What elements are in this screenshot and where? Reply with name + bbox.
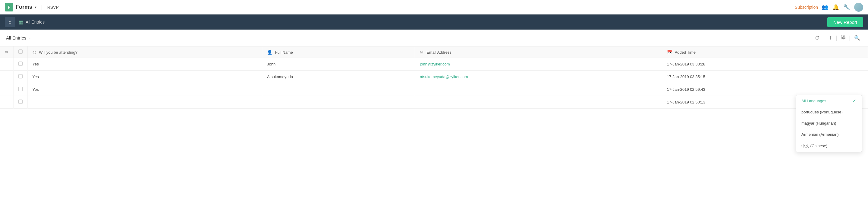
lang-item-1[interactable]: português (Portuguese): [796, 107, 862, 118]
lang-label-2: magyar (Hungarian): [801, 121, 836, 126]
bell-icon[interactable]: 🔔: [832, 4, 839, 10]
lang-item-3[interactable]: Armenian (Armenian): [796, 129, 862, 140]
users-icon[interactable]: 👥: [822, 4, 828, 10]
home-icon: ⌂: [8, 19, 11, 25]
td-email-2: [415, 83, 662, 96]
td-email-0: john@zylker.com: [415, 58, 662, 71]
row-checkbox-1[interactable]: [19, 74, 23, 78]
lang-label-4: 中文 (Chinese): [801, 143, 827, 149]
td-options-0: [0, 58, 13, 71]
td-email-1: atsukomeyuda@zylker.com: [415, 71, 662, 83]
lang-label-1: português (Portuguese): [801, 110, 843, 114]
table-header-row: ⇆ ◎ Will you be attending? 👤 Full Name: [0, 47, 868, 58]
th-attending-label: Will you be attending?: [39, 50, 78, 55]
entries-header: All Entries ⌄ ⏱ | ⬆ | 译 | 🔍: [0, 30, 868, 47]
th-fullname-label: Full Name: [275, 50, 293, 55]
td-name-2: [262, 83, 415, 96]
entries-toolbar: ⏱ | ⬆ | 译 | 🔍: [813, 34, 862, 42]
th-attending[interactable]: ◎ Will you be attending?: [27, 47, 262, 58]
td-name-1: Atsukomeyuda: [262, 71, 415, 83]
language-dropdown: All Languages✓português (Portuguese)magy…: [796, 95, 862, 152]
user-avatar[interactable]: [854, 3, 863, 12]
th-added-time-label: Added Time: [675, 50, 695, 55]
td-attending-3: [27, 96, 262, 109]
email-link-1[interactable]: atsukomeyuda@zylker.com: [420, 75, 468, 79]
content-area: All Entries ⌄ ⏱ | ⬆ | 译 | 🔍 ⇆: [0, 30, 868, 219]
email-link-0[interactable]: john@zylker.com: [420, 62, 450, 66]
lang-label-3: Armenian (Armenian): [801, 132, 839, 137]
td-email-3: [415, 96, 662, 109]
row-checkbox-0[interactable]: [19, 61, 23, 66]
th-fullname[interactable]: 👤 Full Name: [262, 47, 415, 58]
lang-label-0: All Languages: [801, 99, 826, 103]
time-col-icon: 📅: [667, 50, 672, 55]
td-attending-0: Yes: [27, 58, 262, 71]
nav-breadcrumb: RSVP: [47, 5, 59, 10]
settings-icon[interactable]: 🔧: [843, 4, 850, 10]
table-container: ⇆ ◎ Will you be attending? 👤 Full Name: [0, 47, 868, 109]
lang-item-4[interactable]: 中文 (Chinese): [796, 140, 862, 152]
subscription-link[interactable]: Subscription: [795, 5, 818, 10]
nav-icons: 👥 🔔 🔧: [822, 3, 863, 12]
td-attending-2: Yes: [27, 83, 262, 96]
nav-divider: |: [41, 5, 42, 10]
entries-nav-icon: ▦: [19, 19, 23, 25]
share-icon[interactable]: ⬆: [827, 34, 834, 42]
email-col-icon: ✉: [420, 50, 424, 55]
td-time-1: 17-Jan-2019 03:35:15: [662, 71, 868, 83]
th-email-label: Email Address: [427, 50, 452, 55]
td-attending-1: Yes: [27, 71, 262, 83]
td-options-1: [0, 71, 13, 83]
td-checkbox-0: [13, 58, 27, 71]
th-checkbox: [13, 47, 27, 58]
td-time-0: 17-Jan-2019 03:38:28: [662, 58, 868, 71]
row-checkbox-2[interactable]: [19, 87, 23, 91]
td-options-2: [0, 83, 13, 96]
td-checkbox-3: [13, 96, 27, 109]
fullname-col-icon: 👤: [267, 50, 272, 55]
lang-item-2[interactable]: magyar (Hungarian): [796, 118, 862, 129]
translate-icon[interactable]: 译: [839, 34, 847, 42]
secondary-nav: ⌂ ▦ All Entries New Report: [0, 15, 868, 30]
td-checkbox-1: [13, 71, 27, 83]
home-button[interactable]: ⌂: [5, 17, 15, 27]
clock-icon[interactable]: ⏱: [813, 34, 822, 42]
entries-dropdown-icon[interactable]: ⌄: [29, 36, 32, 40]
td-options-3: [0, 96, 13, 109]
nav-logo: F Forms ▾: [5, 3, 36, 11]
app-title: Forms: [16, 4, 32, 10]
toolbar-sep-1: |: [824, 35, 825, 41]
table-body: Yes John john@zylker.com 17-Jan-2019 03:…: [0, 58, 868, 109]
th-options: ⇆: [0, 47, 13, 58]
th-added-time[interactable]: 📅 Added Time: [662, 47, 868, 58]
table-row: Yes 17-Jan-2019 02:59:43: [0, 83, 868, 96]
toolbar-sep-2: |: [836, 35, 838, 41]
lang-item-0[interactable]: All Languages✓: [796, 95, 862, 107]
lang-check-icon: ✓: [852, 98, 856, 103]
th-email[interactable]: ✉ Email Address: [415, 47, 662, 58]
table-options-icon[interactable]: ⇆: [5, 50, 8, 54]
new-report-button[interactable]: New Report: [827, 17, 863, 27]
app-dropdown-icon[interactable]: ▾: [35, 5, 36, 9]
td-name-3: [262, 96, 415, 109]
toolbar-sep-3: |: [849, 35, 850, 41]
attending-col-icon: ◎: [33, 50, 36, 55]
search-icon[interactable]: 🔍: [852, 34, 862, 42]
td-time-2: 17-Jan-2019 02:59:43: [662, 83, 868, 96]
forms-logo-icon: F: [5, 3, 13, 11]
row-checkbox-3[interactable]: [19, 100, 23, 104]
table-row: Yes Atsukomeyuda atsukomeyuda@zylker.com…: [0, 71, 868, 83]
all-entries-label: All Entries: [26, 20, 44, 24]
table-row: 17-Jan-2019 02:50:13: [0, 96, 868, 109]
td-name-0: John: [262, 58, 415, 71]
top-nav: F Forms ▾ | RSVP Subscription 👥 🔔 🔧: [0, 0, 868, 15]
all-entries-nav-item: ▦ All Entries: [19, 19, 44, 25]
select-all-checkbox[interactable]: [19, 50, 23, 54]
table-row: Yes John john@zylker.com 17-Jan-2019 03:…: [0, 58, 868, 71]
entries-title[interactable]: All Entries: [6, 35, 27, 40]
td-checkbox-2: [13, 83, 27, 96]
entries-table: ⇆ ◎ Will you be attending? 👤 Full Name: [0, 47, 868, 109]
